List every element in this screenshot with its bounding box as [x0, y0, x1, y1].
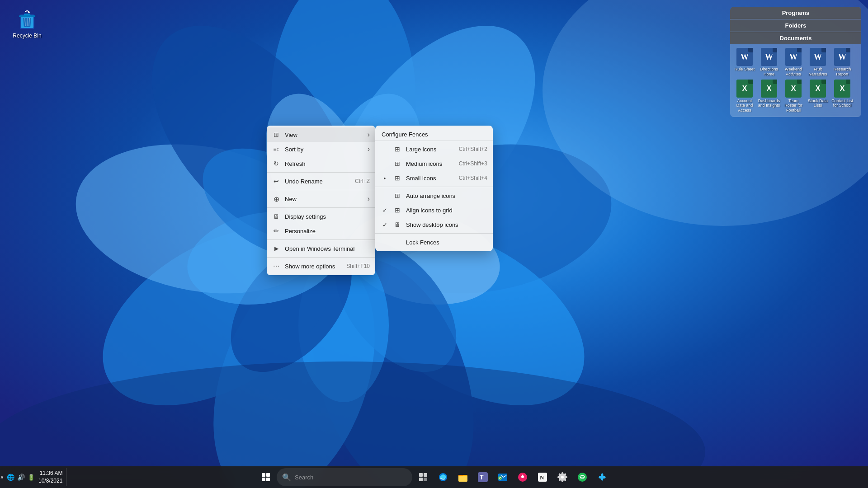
display-icon: 🖥: [272, 212, 280, 221]
recycle-bin-label: Recycle Bin: [13, 33, 41, 39]
excel-icon: X: [761, 80, 777, 98]
taskbar-weather[interactable]: [593, 468, 611, 486]
taskbar-spotify[interactable]: [573, 468, 591, 486]
svg-rect-30: [262, 478, 265, 481]
small-icons-shortcut: Ctrl+Shift+4: [459, 175, 487, 181]
checkmark-medium: [381, 160, 389, 168]
menu-item-new[interactable]: ⊕ New: [267, 192, 375, 206]
documents-section: Documents W Rule Sheet W Directions Home…: [730, 32, 861, 117]
menu-separator-4: [267, 239, 375, 240]
fence-icon-label: Stock Data Lists: [807, 99, 829, 108]
network-icon[interactable]: 🌐: [7, 474, 14, 481]
fence-icon-contact[interactable]: X Contact List for School: [831, 80, 853, 113]
fence-icon-account[interactable]: X Account Data and Access: [734, 80, 755, 113]
refresh-icon: ↻: [272, 160, 280, 168]
svg-rect-33: [424, 473, 427, 477]
fence-icon-label: Account Data and Access: [734, 99, 755, 113]
menu-label-open-terminal: Open in Windows Terminal: [285, 245, 354, 252]
menu-separator-5: [267, 257, 375, 258]
svg-text:T: T: [480, 474, 484, 481]
submenu-label-show-desktop: Show desktop icons: [406, 221, 458, 228]
volume-icon[interactable]: 🔊: [17, 474, 25, 481]
taskbar-start-button[interactable]: [257, 468, 275, 486]
fence-icon-directions-home[interactable]: W Directions Home: [758, 48, 780, 77]
new-icon: ⊕: [272, 195, 280, 203]
submenu-separator-1: [375, 187, 493, 187]
taskbar-app1[interactable]: [514, 468, 532, 486]
taskbar-edge[interactable]: [434, 468, 452, 486]
sort-icon: ≡↕: [272, 145, 280, 153]
menu-label-refresh: Refresh: [285, 160, 306, 167]
submenu-item-small-icons[interactable]: ● ⊞ Small icons Ctrl+Shift+4: [375, 171, 493, 185]
recycle-bin-icon: [16, 9, 38, 31]
fence-icon-label: Dashboards and Insights: [758, 99, 780, 108]
menu-item-refresh[interactable]: ↻ Refresh: [267, 156, 375, 171]
undo-icon: ↩: [272, 177, 280, 185]
checkmark-show-desktop: ✓: [381, 221, 389, 229]
menu-item-open-terminal[interactable]: ▶ Open in Windows Terminal: [267, 241, 375, 256]
submenu-item-medium-icons[interactable]: ⊞ Medium icons Ctrl+Shift+3: [375, 156, 493, 171]
taskbar-right: ∧ 🌐 🔊 🔋 11:36 AM 10/8/2021: [0, 468, 73, 486]
menu-item-undo-rename[interactable]: ↩ Undo Rename Ctrl+Z: [267, 174, 375, 188]
svg-rect-28: [262, 473, 265, 477]
auto-arrange-icon-symbol: ⊞: [393, 192, 401, 200]
recycle-bin[interactable]: Recycle Bin: [9, 9, 45, 39]
fence-icon-label: Rule Sheet: [735, 67, 755, 72]
personalize-icon: ✏: [272, 227, 280, 235]
svg-rect-35: [424, 478, 427, 481]
taskbar-outlook[interactable]: O: [494, 468, 512, 486]
show-desktop-icon-symbol: 🖥: [393, 221, 401, 229]
fence-icon-weekend[interactable]: W Weekend Activites: [783, 48, 804, 77]
search-icon: 🔍: [282, 473, 291, 482]
fence-icon-fruit[interactable]: W Fruit Narratives: [807, 48, 829, 77]
battery-icon: 🔋: [28, 474, 35, 481]
show-desktop-button[interactable]: [66, 468, 68, 486]
clock-time: 11:36 AM: [38, 469, 62, 477]
menu-separator-2: [267, 190, 375, 190]
context-menu: ⊞ View ≡↕ Sort by ↻ Refresh ↩ Undo Renam…: [267, 126, 375, 275]
menu-item-sort-by[interactable]: ≡↕ Sort by: [267, 142, 375, 156]
fence-icon-dashboards[interactable]: X Dashboards and Insights: [758, 80, 780, 113]
fence-icon-label: Fruit Narratives: [807, 67, 829, 77]
taskbar-search-button[interactable]: 🔍 Search: [277, 468, 412, 486]
fence-icon-label: Directions Home: [758, 67, 780, 77]
menu-label-new: New: [285, 196, 297, 202]
fence-icon-team-roster[interactable]: X Team Roster for Football: [783, 80, 804, 113]
taskbar-notion[interactable]: N: [533, 468, 552, 486]
taskbar-task-view[interactable]: [414, 468, 432, 486]
submenu-label-large-icons: Large icons: [406, 146, 436, 153]
submenu-item-auto-arrange[interactable]: ⊞ Auto arrange icons: [375, 188, 493, 203]
taskbar-teams[interactable]: T: [474, 468, 492, 486]
medium-icon-symbol: ⊞: [393, 160, 401, 168]
chevron-up-icon[interactable]: ∧: [0, 474, 4, 480]
more-icon: ⋯: [272, 262, 280, 270]
menu-item-personalize[interactable]: ✏ Personalize: [267, 224, 375, 238]
desktop: Recycle Bin Programs Folders Documents W…: [0, 0, 868, 488]
submenu-item-lock-fences[interactable]: Lock Fences: [375, 235, 493, 249]
programs-section: Programs: [730, 7, 861, 19]
system-tray: ∧ 🌐 🔊 🔋: [0, 474, 35, 481]
fence-icon-stock[interactable]: X Stock Data Lists: [807, 80, 829, 113]
excel-icon: X: [785, 80, 802, 98]
documents-content: W Rule Sheet W Directions Home W Weekend…: [730, 44, 861, 117]
fence-icon-rule-sheet[interactable]: W Rule Sheet: [734, 48, 755, 77]
menu-item-show-more[interactable]: ⋯ Show more options Shift+F10: [267, 259, 375, 273]
taskbar-file-explorer[interactable]: [454, 468, 472, 486]
folders-header: Folders: [730, 19, 861, 32]
submenu-item-show-desktop[interactable]: ✓ 🖥 Show desktop icons: [375, 217, 493, 232]
clock[interactable]: 11:36 AM 10/8/2021: [38, 469, 62, 485]
checkmark-large: [381, 145, 389, 153]
menu-item-view[interactable]: ⊞ View: [267, 127, 375, 142]
medium-icons-shortcut: Ctrl+Shift+3: [459, 160, 487, 167]
fence-icon-research[interactable]: W Research Report: [831, 48, 853, 77]
menu-separator-3: [267, 207, 375, 208]
submenu-label-lock-fences: Lock Fences: [406, 239, 439, 246]
submenu-item-align-icons[interactable]: ✓ ⊞ Align icons to grid: [375, 203, 493, 217]
menu-item-display-settings[interactable]: 🖥 Display settings: [267, 209, 375, 224]
submenu-item-large-icons[interactable]: ⊞ Large icons Ctrl+Shift+2: [375, 142, 493, 156]
configure-fences-header: Configure Fences: [375, 127, 493, 141]
submenu-separator-2: [375, 233, 493, 234]
svg-rect-29: [266, 473, 270, 477]
svg-rect-23: [19, 15, 35, 17]
taskbar-settings[interactable]: [553, 468, 571, 486]
